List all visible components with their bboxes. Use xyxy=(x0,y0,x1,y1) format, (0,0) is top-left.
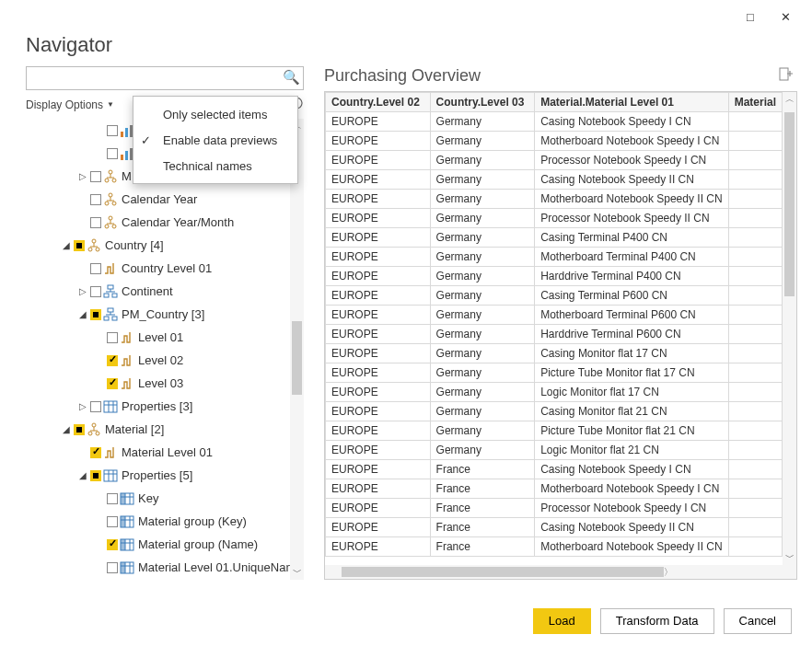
tree-item[interactable]: ▷Continent xyxy=(26,280,304,303)
checkbox[interactable] xyxy=(90,171,101,182)
menu-item-enable-previews[interactable]: ✓ Enable data previews xyxy=(133,127,297,153)
tree-item[interactable]: Material Level 01 xyxy=(26,441,304,464)
checkbox[interactable] xyxy=(107,378,118,389)
tree-item-label: Key xyxy=(136,491,158,505)
cancel-button[interactable]: Cancel xyxy=(724,608,792,634)
table-row[interactable]: EUROPEFranceProcessor Notebook Speedy I … xyxy=(326,499,783,518)
checkbox[interactable] xyxy=(107,562,118,573)
column-header[interactable]: Material xyxy=(728,93,782,112)
horizontal-scrollbar[interactable]: 〈 〉 xyxy=(325,565,783,579)
tree-item[interactable]: Calendar Year xyxy=(26,188,304,211)
hier-icon xyxy=(87,422,101,437)
tree-item[interactable]: Key xyxy=(26,487,304,510)
column-header[interactable]: Material.Material Level 01 xyxy=(535,93,728,112)
checkbox[interactable] xyxy=(90,401,101,412)
tree-item[interactable]: ◢Properties [5] xyxy=(26,464,304,487)
tree-item[interactable]: ◢Country [4] xyxy=(26,234,304,257)
search-input[interactable] xyxy=(26,66,304,90)
tree-item[interactable]: Material group (Key) xyxy=(26,510,304,533)
table-cell: EUROPE xyxy=(326,267,431,286)
table-row[interactable]: EUROPEGermanyCasing Monitor flat 21 CN xyxy=(326,402,783,421)
scroll-down-icon[interactable]: ﹀ xyxy=(783,550,796,565)
table-row[interactable]: EUROPEGermanyHarddrive Terminal P400 CN xyxy=(326,267,783,286)
column-header[interactable]: Country.Level 02 xyxy=(326,93,431,112)
tree-item[interactable]: Material group (Name) xyxy=(26,533,304,556)
checkbox[interactable] xyxy=(107,539,118,550)
transform-data-button[interactable]: Transform Data xyxy=(600,608,714,634)
checkbox[interactable] xyxy=(90,470,101,481)
table-cell xyxy=(728,479,782,499)
display-options-button[interactable]: Display Options ▼ xyxy=(26,98,114,111)
scroll-up-icon[interactable]: ︿ xyxy=(783,92,796,107)
menu-item-only-selected[interactable]: Only selected items xyxy=(133,101,297,127)
table-row[interactable]: EUROPEGermanyMotherboard Notebook Speedy… xyxy=(326,132,783,151)
load-button[interactable]: Load xyxy=(533,608,591,634)
checkbox[interactable] xyxy=(107,355,118,366)
collapse-icon[interactable]: ◢ xyxy=(61,240,72,250)
tree-item[interactable]: ◢Material [2] xyxy=(26,418,304,441)
add-column-icon[interactable] xyxy=(779,67,794,86)
tree-item[interactable]: Level 03 xyxy=(26,372,304,395)
table-row[interactable]: EUROPEGermanyCasing Terminal P400 CN xyxy=(326,228,783,248)
tree-item[interactable]: Level 01 xyxy=(26,326,304,349)
table-row[interactable]: EUROPEGermanyProcessor Notebook Speedy I… xyxy=(326,151,783,170)
table-row[interactable]: EUROPEGermanyCasing Monitor flat 17 CN xyxy=(326,344,783,363)
collapse-icon[interactable]: ◢ xyxy=(77,470,88,480)
checkbox[interactable] xyxy=(74,424,85,435)
table-row[interactable]: EUROPEGermanyPicture Tube Monitor flat 2… xyxy=(326,421,783,441)
checkbox[interactable] xyxy=(90,217,101,228)
expand-icon[interactable]: ▷ xyxy=(77,401,88,411)
table-row[interactable]: EUROPEGermanyMotherboard Notebook Speedy… xyxy=(326,190,783,209)
table-row[interactable]: EUROPEGermanyProcessor Notebook Speedy I… xyxy=(326,209,783,228)
table-row[interactable]: EUROPEGermanyPicture Tube Monitor flat 1… xyxy=(326,363,783,383)
table-row[interactable]: EUROPEGermanyCasing Notebook Speedy I CN xyxy=(326,112,783,132)
table-row[interactable]: EUROPEGermanyCasing Terminal P600 CN xyxy=(326,286,783,306)
table-row[interactable]: EUROPEGermanyMotherboard Terminal P600 C… xyxy=(326,306,783,325)
table-cell xyxy=(728,460,782,479)
table-row[interactable]: EUROPEGermanyMotherboard Terminal P400 C… xyxy=(326,248,783,267)
vertical-scrollbar[interactable]: ︿ ﹀ xyxy=(290,119,304,580)
checkbox[interactable] xyxy=(90,263,101,274)
table-row[interactable]: EUROPEFranceCasing Notebook Speedy II CN xyxy=(326,518,783,537)
tree-item[interactable]: ▷Properties [3] xyxy=(26,395,304,418)
checkbox[interactable] xyxy=(107,516,118,527)
checkbox[interactable] xyxy=(90,309,101,320)
checkbox[interactable] xyxy=(107,332,118,343)
expand-icon[interactable]: ▷ xyxy=(77,171,88,181)
table-row[interactable]: EUROPEFranceMotherboard Notebook Speedy … xyxy=(326,479,783,499)
search-icon[interactable]: 🔍 xyxy=(283,69,300,86)
maximize-button[interactable]: □ xyxy=(733,4,768,29)
checkbox[interactable] xyxy=(107,148,118,159)
checkbox[interactable] xyxy=(90,447,101,458)
table-row[interactable]: EUROPEGermanyCasing Notebook Speedy II C… xyxy=(326,170,783,190)
tree-item[interactable]: Material Level 01.UniqueName xyxy=(26,556,304,579)
checkbox[interactable] xyxy=(107,493,118,504)
table-cell: EUROPE xyxy=(326,190,431,209)
collapse-icon[interactable]: ◢ xyxy=(61,424,72,434)
scroll-thumb[interactable] xyxy=(784,112,795,296)
scroll-down-icon[interactable]: ﹀ xyxy=(290,565,304,580)
tree-item[interactable]: Calendar Year/Month xyxy=(26,211,304,234)
table-row[interactable]: EUROPEFranceMotherboard Notebook Speedy … xyxy=(326,537,783,557)
checkbox[interactable] xyxy=(90,286,101,297)
table-row[interactable]: EUROPEGermanyLogic Monitor flat 17 CN xyxy=(326,383,783,402)
scroll-thumb[interactable] xyxy=(342,567,664,577)
vertical-scrollbar[interactable]: ︿ ﹀ xyxy=(783,92,796,565)
table-row[interactable]: EUROPEFranceCasing Notebook Speedy I CN xyxy=(326,460,783,479)
checkbox[interactable] xyxy=(90,194,101,205)
checkbox[interactable] xyxy=(107,125,118,136)
checkbox[interactable] xyxy=(74,240,85,251)
tree-item[interactable]: Country Level 01 xyxy=(26,257,304,280)
column-header[interactable]: Country.Level 03 xyxy=(430,93,535,112)
table-row[interactable]: EUROPEGermanyLogic Monitor flat 21 CN xyxy=(326,441,783,460)
tree-item-label: Level 03 xyxy=(136,376,183,390)
svg-rect-0 xyxy=(121,132,123,137)
collapse-icon[interactable]: ◢ xyxy=(77,309,88,319)
tree-item[interactable]: Level 02 xyxy=(26,349,304,372)
menu-item-technical-names[interactable]: Technical names xyxy=(133,153,297,179)
table-row[interactable]: EUROPEGermanyHarddrive Terminal P600 CN xyxy=(326,325,783,344)
tree-item[interactable]: ◢PM_Country [3] xyxy=(26,303,304,326)
expand-icon[interactable]: ▷ xyxy=(77,286,88,296)
scroll-thumb[interactable] xyxy=(292,321,302,395)
close-button[interactable]: ✕ xyxy=(768,4,803,29)
